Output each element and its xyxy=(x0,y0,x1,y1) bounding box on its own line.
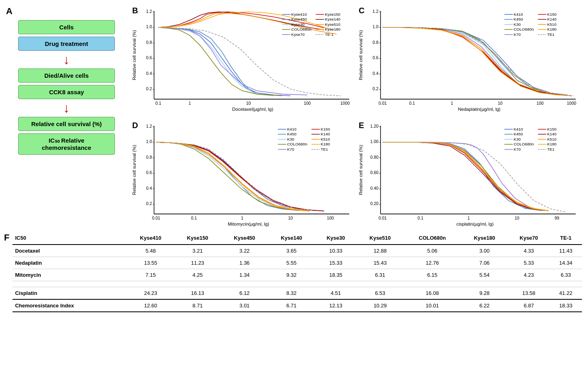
svg-text:0.1: 0.1 xyxy=(155,101,161,106)
chart-d-panel: D Relative cell survival (%) 1.2 1.0 0.8… xyxy=(129,119,355,234)
svg-text:100: 100 xyxy=(304,101,311,106)
table-cell: 3.00 xyxy=(461,245,508,257)
table-cell: 12.76 xyxy=(403,257,461,269)
svg-text:0.1: 0.1 xyxy=(409,101,415,106)
chart-e-panel: E Relative cell survival (%) 1.20 1.00 0… xyxy=(355,119,582,234)
bottom-section: F IC50 Kyse410 Kyse150 Kyse450 Kyse140 K… xyxy=(4,232,582,388)
table-cell: 10.33 xyxy=(315,245,356,257)
svg-text:10: 10 xyxy=(288,216,293,220)
svg-text:Relative cell survival (%): Relative cell survival (%) xyxy=(358,30,363,80)
table-cell: 16.08 xyxy=(403,287,461,300)
svg-text:10: 10 xyxy=(246,101,251,106)
svg-text:0.8: 0.8 xyxy=(373,40,379,45)
panel-a-label: A xyxy=(6,6,12,17)
svg-text:Mitomycin(μg/ml, lg): Mitomycin(μg/ml, lg) xyxy=(228,222,269,226)
svg-text:1: 1 xyxy=(189,101,191,106)
row-label: Mitomycin xyxy=(12,269,127,281)
table-row: Mitomycin7.154.251.349.3218.356.316.155.… xyxy=(12,269,582,281)
svg-text:1.2: 1.2 xyxy=(373,9,379,14)
svg-text:0.8: 0.8 xyxy=(146,155,152,159)
svg-text:K410: K410 xyxy=(513,12,523,17)
table-container: IC50 Kyse410 Kyse150 Kyse450 Kyse140 Kys… xyxy=(12,232,582,388)
table-cell: 10.01 xyxy=(403,299,461,312)
chart-d-svg: Relative cell survival (%) 1.2 1.0 0.8 0… xyxy=(131,121,353,232)
svg-text:0.8: 0.8 xyxy=(146,40,152,45)
table-cell: 8.32 xyxy=(268,287,315,300)
ic50-box: IC₅₀ Relative chemoresistance xyxy=(18,133,115,155)
svg-text:0.6: 0.6 xyxy=(146,56,152,60)
svg-text:COLO680n: COLO680n xyxy=(513,27,534,31)
svg-text:Relative cell survival (%): Relative cell survival (%) xyxy=(132,30,137,80)
table-cell: 12.13 xyxy=(315,299,356,312)
panel-b-label: B xyxy=(132,6,138,15)
col-header-colo680n: COLO680n xyxy=(403,232,461,245)
table-cell: 6.53 xyxy=(357,287,403,300)
svg-text:K510: K510 xyxy=(321,137,330,141)
table-cell: 8.71 xyxy=(174,299,221,312)
separator-row xyxy=(12,281,582,287)
svg-text:Kyse410: Kyse410 xyxy=(291,12,307,17)
table-cell: 5.33 xyxy=(508,257,549,269)
table-cell: 6.71 xyxy=(268,299,315,312)
panel-c-label: C xyxy=(359,6,364,15)
svg-text:K510: K510 xyxy=(547,137,557,141)
charts-row-top: B Relative cell survival (%) 1.2 1.0 0.8 xyxy=(129,4,582,119)
svg-text:Relative cell survival (%): Relative cell survival (%) xyxy=(358,145,363,195)
svg-text:cisplatin(μg/ml, lg): cisplatin(μg/ml, lg) xyxy=(456,222,494,226)
svg-text:COLO680n: COLO680n xyxy=(513,142,534,146)
table-cell: 13.58 xyxy=(508,287,549,300)
svg-text:TE1: TE1 xyxy=(547,32,555,37)
table-cell: 7.15 xyxy=(127,269,174,281)
svg-text:K30: K30 xyxy=(513,22,521,27)
chart-e-svg: Relative cell survival (%) 1.20 1.00 0.8… xyxy=(357,121,580,232)
svg-text:0.2: 0.2 xyxy=(373,87,379,91)
svg-text:K70: K70 xyxy=(513,147,521,151)
svg-text:K70: K70 xyxy=(287,147,294,151)
svg-text:100: 100 xyxy=(536,101,544,106)
svg-text:K150: K150 xyxy=(321,127,330,131)
table-row: Docetaxel5.483.213.223.6510.3312.885.063… xyxy=(12,245,582,257)
svg-text:1000: 1000 xyxy=(567,101,576,106)
svg-text:K180: K180 xyxy=(321,142,330,146)
svg-text:Kyse70: Kyse70 xyxy=(291,32,305,37)
main-container: A Cells Drug treatment ↓ Died/Alive cell… xyxy=(0,0,586,392)
table-cell: 4.51 xyxy=(315,287,356,300)
cells-box: Cells xyxy=(18,20,115,34)
table-cell: 5.55 xyxy=(268,257,315,269)
svg-text:Kyse150: Kyse150 xyxy=(325,12,341,17)
svg-text:K180: K180 xyxy=(547,142,557,146)
svg-text:0.60: 0.60 xyxy=(370,170,378,175)
svg-text:Kyse140: Kyse140 xyxy=(325,17,341,21)
svg-text:0.01: 0.01 xyxy=(152,216,160,220)
charts-area: B Relative cell survival (%) 1.2 1.0 0.8 xyxy=(129,4,582,230)
flowchart: Cells Drug treatment ↓ Died/Alive cells … xyxy=(8,20,125,155)
svg-text:K410: K410 xyxy=(287,127,297,131)
table-cell: 11.23 xyxy=(174,257,221,269)
col-header-ic50: IC50 xyxy=(12,232,127,245)
table-cell: 9.28 xyxy=(461,287,508,300)
svg-text:0.4: 0.4 xyxy=(146,186,152,191)
table-cell: 11.43 xyxy=(550,245,582,257)
table-cell: 5.06 xyxy=(403,245,461,257)
svg-text:K30: K30 xyxy=(513,137,521,141)
panel-e-label: E xyxy=(359,121,364,130)
table-row: Cisplatin24.2316.136.128.324.516.5316.08… xyxy=(12,287,582,300)
data-table: IC50 Kyse410 Kyse150 Kyse450 Kyse140 Kys… xyxy=(12,232,582,312)
svg-text:Nedaplatin(μg/ml, lg): Nedaplatin(μg/ml, lg) xyxy=(458,107,501,112)
svg-text:1.2: 1.2 xyxy=(146,9,152,14)
table-cell: 18.33 xyxy=(550,299,582,312)
table-cell: 15.33 xyxy=(315,257,356,269)
row-label: Docetaxel xyxy=(12,245,127,257)
svg-text:K150: K150 xyxy=(547,12,557,17)
table-cell: 6.15 xyxy=(403,269,461,281)
svg-text:K180: K180 xyxy=(547,27,557,31)
col-header-kyse140: Kyse140 xyxy=(268,232,315,245)
arrow-2: ↓ xyxy=(63,102,70,114)
svg-text:K410: K410 xyxy=(513,127,523,131)
svg-text:TE1: TE1 xyxy=(547,147,555,151)
table-cell: 24.23 xyxy=(127,287,174,300)
table-header-row: IC50 Kyse410 Kyse150 Kyse450 Kyse140 Kys… xyxy=(12,232,582,245)
chart-b-svg: Relative cell survival (%) 1.2 1.0 0.8 0… xyxy=(131,6,353,117)
table-cell: 5.54 xyxy=(461,269,508,281)
table-cell: 12.88 xyxy=(357,245,403,257)
